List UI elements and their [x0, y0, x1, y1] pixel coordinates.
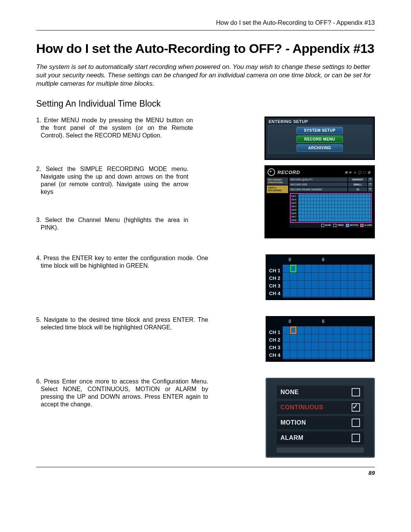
- grid-ch3-label: CH 3: [291, 202, 298, 204]
- option-motion-label: MOTION: [280, 419, 352, 426]
- figure-3-grid-area: 0 6: [282, 256, 374, 299]
- figure-5-wrap: NONE CONTINUOUS MOTION ALARM: [266, 378, 375, 458]
- highlight-orange[interactable]: [290, 326, 296, 334]
- figure-grid-green: CH 1 CH 2 CH 3 CH 4 0 6: [266, 254, 375, 300]
- option-none-label: NONE: [280, 389, 352, 396]
- legend-timer-icon: [333, 224, 336, 227]
- grid-ch5-cells[interactable]: [298, 208, 371, 211]
- page: How do I set the Auto-Recording to OFF? …: [0, 0, 411, 532]
- step-row-5: 5. Navigate to the desired time block an…: [36, 305, 375, 362]
- setting-size-value[interactable]: SMALL: [348, 182, 367, 187]
- running-head: How do I set the Auto-Recording to OFF? …: [36, 19, 375, 30]
- legend-none-icon: [321, 224, 324, 227]
- section-heading: Setting An Individual Time Block: [36, 99, 375, 109]
- figure-config-menu: NONE CONTINUOUS MOTION ALARM: [266, 378, 375, 458]
- option-continuous[interactable]: CONTINUOUS: [277, 401, 364, 414]
- figure-entering-setup: ENTERING SETUP SYSTEM SETUP RECORD MENU …: [264, 117, 375, 160]
- step-2-text: 2. Select the SIMPLE RECORDING MODE menu…: [36, 165, 188, 196]
- legend-alarm: ALARM: [364, 224, 372, 227]
- grid-ch1-cells[interactable]: [298, 194, 371, 198]
- setting-size-dropdown-icon[interactable]: ▾: [368, 182, 373, 187]
- option-alarm-label: ALARM: [280, 435, 352, 441]
- disc-icon: [268, 168, 275, 176]
- legend-none: NONE: [325, 224, 331, 227]
- figure-2-toolbar-icons: ▣ ▶ ▲ ◯ ⬚ ▥: [302, 171, 371, 174]
- setting-quality-label: RECORD QUALITY: [289, 177, 347, 182]
- axis-6: 6: [296, 257, 374, 262]
- tab-recording-operations[interactable]: RECORDING OPERATIONS: [267, 177, 288, 185]
- axis-0: 0: [284, 257, 296, 262]
- legend-motion: MOTION: [350, 224, 358, 227]
- figure-3-channels: CH 1 CH 2 CH 3 CH 4: [267, 256, 282, 299]
- option-none-checkbox[interactable]: [352, 388, 360, 396]
- figure-4-axis: 0 6: [282, 319, 374, 324]
- setting-size-label: RECORD SIZE: [289, 182, 347, 187]
- menu-system-setup[interactable]: SYSTEM SETUP: [296, 127, 343, 134]
- figure-2-col: RECORD ▣ ▶ ▲ ◯ ⬚ ▥ RECORDING OPERATIONS …: [188, 165, 375, 238]
- setting-quality-dropdown-icon[interactable]: ▾: [368, 177, 373, 182]
- option-motion[interactable]: MOTION: [277, 416, 364, 429]
- figure-grid-orange: CH 1 CH 2 CH 3 CH 4 0 6: [266, 316, 375, 362]
- grid-ch6-label: CH 6: [291, 212, 298, 214]
- setting-quality: RECORD QUALITY HIGHEST ▾: [289, 177, 373, 182]
- option-continuous-label: CONTINUOUS: [280, 404, 352, 411]
- legend-timer: TIMER: [337, 224, 344, 227]
- legend-alarm-icon: [360, 224, 363, 227]
- grid-ch2-label: CH 2: [291, 198, 298, 201]
- menu-record-menu[interactable]: RECORD MENU: [296, 136, 343, 143]
- step-1-text: 1. Enter MENU mode by pressing the MENU …: [36, 117, 193, 139]
- figure-1-col: ENTERING SETUP SYSTEM SETUP RECORD MENU …: [193, 117, 375, 160]
- menu-archiving[interactable]: ARCHIVING: [296, 144, 343, 152]
- grid-ch1-label: CH 1: [291, 195, 298, 197]
- step-row-1: 1. Enter MENU mode by pressing the MENU …: [36, 117, 375, 160]
- step-row-2-3: 2. Select the SIMPLE RECORDING MODE menu…: [36, 165, 375, 238]
- step-4-text: 4. Press the ENTER key to enter the conf…: [36, 254, 208, 270]
- setting-quality-value[interactable]: HIGHEST: [348, 177, 367, 182]
- option-none[interactable]: NONE: [277, 386, 364, 399]
- figure-2-right: RECORD QUALITY HIGHEST ▾ RECORD SIZE SMA…: [289, 177, 373, 228]
- grid-green-ch4: CH 4: [269, 290, 280, 297]
- highlight-green[interactable]: [290, 265, 296, 272]
- grid-ch2-cells[interactable]: [298, 198, 371, 201]
- figure-1-title: ENTERING SETUP: [268, 119, 371, 124]
- figure-4-grid-area: 0 6: [282, 317, 374, 361]
- step-6-text: 6. Press Enter once more to access the C…: [36, 378, 208, 408]
- grid-ch7-label: CH 7: [291, 216, 298, 218]
- step-5-text: 5. Navigate to the desired time block an…: [36, 316, 208, 331]
- grid-green-ch2: CH 2: [269, 275, 280, 282]
- grid-orange-ch4: CH 4: [269, 351, 280, 359]
- setting-frame-dropdown-icon[interactable]: ▾: [368, 187, 373, 192]
- grid-ch7-cells[interactable]: [298, 215, 371, 218]
- grid-ch3-cells[interactable]: [298, 201, 371, 204]
- figure-4-col: CH 1 CH 2 CH 3 CH 4 0 6: [208, 316, 375, 362]
- option-alarm-checkbox[interactable]: [352, 434, 360, 442]
- figure-1-menu: SYSTEM SETUP RECORD MENU ARCHIVING: [268, 125, 371, 153]
- step-3-text: 3. Select the Channel Menu (highlights t…: [36, 216, 188, 232]
- figure-record-screen: RECORD ▣ ▶ ▲ ◯ ⬚ ▥ RECORDING OPERATIONS …: [264, 165, 375, 238]
- grid-ch6-cells[interactable]: [298, 211, 371, 215]
- grid-green-ch1: CH 1: [269, 267, 280, 275]
- option-alarm[interactable]: ALARM: [277, 431, 364, 444]
- figure-2-legend: NONE TIMER MOTION ALARM: [290, 224, 372, 227]
- option-motion-checkbox[interactable]: [352, 419, 360, 427]
- figure-5-col: NONE CONTINUOUS MOTION ALARM: [208, 378, 375, 458]
- page-number: 89: [368, 470, 375, 476]
- setting-frame: RECORD FRAME NUMBER 15 ▾: [289, 187, 373, 192]
- grid-orange-ch2: CH 2: [269, 336, 280, 344]
- grid-ch5-label: CH 5: [291, 209, 298, 211]
- grid-ch4-cells[interactable]: [298, 204, 371, 208]
- grid-orange-ch1: CH 1: [269, 329, 280, 336]
- tab-simple-recording[interactable]: SIMPLE RECORDING: [267, 185, 288, 193]
- figure-2-channel-grid[interactable]: CH 1 CH 2 CH 3 CH 4 CH 5 CH 6 CH 7 CH 8: [290, 193, 372, 223]
- page-title: How do I set the Auto-Recording to OFF? …: [36, 41, 375, 56]
- figure-2-title: RECORD: [277, 169, 300, 175]
- step-row-4: 4. Press the ENTER key to enter the conf…: [36, 244, 375, 300]
- setting-frame-value[interactable]: 15: [348, 187, 367, 192]
- figure-2-grid-wrap: CH 1 CH 2 CH 3 CH 4 CH 5 CH 6 CH 7 CH 8: [289, 192, 373, 228]
- figure-4-channels: CH 1 CH 2 CH 3 CH 4: [267, 317, 282, 361]
- grid-ch8-cells[interactable]: [298, 218, 371, 222]
- grid-orange-ch3: CH 3: [269, 344, 280, 351]
- figure-3-col: CH 1 CH 2 CH 3 CH 4 0 6: [208, 254, 375, 300]
- option-continuous-checkbox[interactable]: [352, 403, 360, 412]
- axis-0-b: 0: [284, 319, 296, 324]
